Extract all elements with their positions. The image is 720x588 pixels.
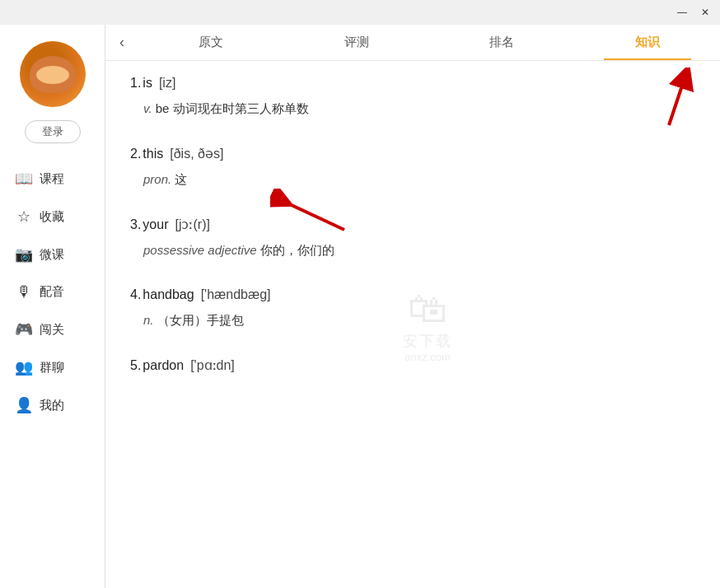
word-entry-5: 5.pardon['pɑːdn] bbox=[130, 351, 695, 373]
word-header-1: 1.is[iz] bbox=[130, 76, 695, 91]
sidebar-item-courses[interactable]: 📖 课程 bbox=[0, 160, 105, 198]
word-entry-1: 1.is[iz] v. be 动词现在时第三人称单数 bbox=[130, 69, 695, 119]
back-button[interactable]: ‹ bbox=[105, 25, 138, 61]
login-button[interactable]: 登录 bbox=[25, 120, 81, 143]
word-entry-4: 4.handbag['hændbæg] n. （女用）手提包 bbox=[130, 281, 695, 331]
word-header-3: 3.your[jɔː(r)] bbox=[130, 217, 695, 232]
micro-icon: 📷 bbox=[15, 245, 33, 264]
minimize-button[interactable]: — bbox=[671, 3, 694, 21]
sidebar-item-pass-label: 闯关 bbox=[40, 322, 64, 338]
top-nav: ‹ 原文 评测 排名 知识 bbox=[105, 25, 720, 61]
word-text-3: your bbox=[143, 217, 168, 231]
word-pos-1: v. bbox=[143, 101, 152, 115]
word-num-3: 3. bbox=[130, 217, 141, 231]
sidebar-navigation: 📖 课程 ☆ 收藏 📷 微课 🎙 配音 🎮 闯关 👥 群聊 👤 我的 bbox=[0, 160, 105, 424]
word-phonetic-4: ['hændbæg] bbox=[201, 287, 271, 301]
word-chinese-4: （女用）手提包 bbox=[157, 313, 244, 327]
sidebar-item-group-label: 群聊 bbox=[40, 360, 64, 376]
avatar[interactable] bbox=[20, 41, 86, 107]
word-pos-3: possessive adjective bbox=[143, 243, 257, 257]
word-chinese-1: be 动词现在时第三人称单数 bbox=[156, 101, 309, 115]
word-header-4: 4.handbag['hændbæg] bbox=[130, 287, 695, 302]
favorites-icon: ☆ bbox=[15, 208, 33, 226]
sidebar-item-dubbing[interactable]: 🎙 配音 bbox=[0, 273, 105, 310]
sidebar-item-micro[interactable]: 📷 微课 bbox=[0, 236, 105, 273]
tab-original[interactable]: 原文 bbox=[138, 25, 284, 60]
word-definition-4: n. （女用）手提包 bbox=[143, 309, 695, 331]
word-pos-4: n. bbox=[143, 313, 154, 327]
word-text-4: handbag bbox=[143, 287, 194, 301]
word-num-2: 2. bbox=[130, 147, 141, 161]
word-definition-2: pron. 这 bbox=[143, 168, 695, 190]
tab-ranking[interactable]: 排名 bbox=[429, 25, 575, 60]
word-entry-3: 3.your[jɔː(r)] possessive adjective 你的，你… bbox=[130, 210, 695, 261]
word-phonetic-5: ['pɑːdn] bbox=[190, 358, 235, 372]
word-pos-2: pron. bbox=[143, 172, 171, 186]
watermark-text: 安下载 bbox=[403, 331, 452, 351]
pass-icon: 🎮 bbox=[15, 320, 33, 338]
sidebar-item-micro-label: 微课 bbox=[40, 247, 64, 263]
word-num-5: 5. bbox=[130, 358, 141, 372]
word-chinese-2: 这 bbox=[175, 172, 187, 186]
word-phonetic-1: [iz] bbox=[159, 76, 175, 90]
tab-evaluation[interactable]: 评测 bbox=[284, 25, 430, 60]
close-button[interactable]: ✕ bbox=[694, 3, 717, 21]
word-text-1: is bbox=[143, 76, 152, 90]
word-definition-3: possessive adjective 你的，你们的 bbox=[143, 239, 695, 261]
content-area[interactable]: 🛍 安下载 anxz.com bbox=[105, 61, 720, 588]
sidebar-item-favorites[interactable]: ☆ 收藏 bbox=[0, 198, 105, 236]
tab-knowledge[interactable]: 知识 bbox=[575, 25, 721, 60]
word-entry-2: 2.this[ðis, ðəs] pron. 这 bbox=[130, 139, 695, 190]
sidebar-item-mine[interactable]: 👤 我的 bbox=[0, 386, 105, 424]
main-area: ‹ 原文 评测 排名 知识 🛍 安下载 anxz.com bbox=[105, 25, 720, 588]
sidebar-item-group[interactable]: 👥 群聊 bbox=[0, 348, 105, 386]
word-header-5: 5.pardon['pɑːdn] bbox=[130, 357, 695, 373]
avatar-image bbox=[20, 41, 86, 107]
courses-icon: 📖 bbox=[15, 170, 33, 188]
dubbing-icon: 🎙 bbox=[15, 283, 33, 301]
word-header-2: 2.this[ðis, ðəs] bbox=[130, 146, 695, 161]
sidebar-item-favorites-label: 收藏 bbox=[40, 209, 64, 225]
title-bar: — ✕ bbox=[0, 0, 720, 25]
sidebar: 登录 📖 课程 ☆ 收藏 📷 微课 🎙 配音 🎮 闯关 👥 群聊 👤 我的 bbox=[0, 25, 105, 588]
sidebar-item-mine-label: 我的 bbox=[40, 398, 64, 413]
sidebar-item-pass[interactable]: 🎮 闯关 bbox=[0, 310, 105, 348]
word-text-2: this bbox=[143, 147, 163, 161]
word-chinese-3: 你的，你们的 bbox=[260, 243, 334, 257]
word-text-5: pardon bbox=[143, 358, 184, 372]
word-num-4: 4. bbox=[130, 287, 141, 301]
word-phonetic-3: [jɔː(r)] bbox=[175, 217, 209, 231]
word-num-1: 1. bbox=[130, 76, 141, 90]
sidebar-item-courses-label: 课程 bbox=[40, 171, 64, 187]
word-phonetic-2: [ðis, ðəs] bbox=[170, 147, 223, 161]
nav-tabs: 原文 评测 排名 知识 bbox=[138, 25, 720, 60]
sidebar-item-dubbing-label: 配音 bbox=[40, 284, 64, 300]
word-definition-1: v. be 动词现在时第三人称单数 bbox=[143, 97, 695, 119]
mine-icon: 👤 bbox=[15, 396, 33, 414]
group-icon: 👥 bbox=[15, 358, 33, 376]
